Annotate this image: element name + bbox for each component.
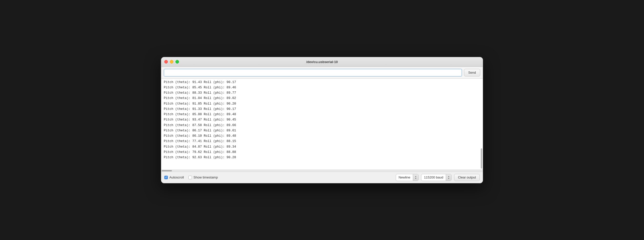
output-line: Pitch (theta): 93.47 Roll (phi): 90.45 [164,117,480,123]
statusbar-left: ✓ Autoscroll Show timestamp [164,175,396,179]
autoscroll-checkbox[interactable]: ✓ [164,176,168,179]
traffic-lights [164,60,179,64]
baud-rate-label: 115200 baud [421,175,446,179]
baud-arrows[interactable]: ▲ ▼ [446,174,451,181]
minimize-button[interactable] [170,60,173,64]
output-line: Pitch (theta): 92.63 Roll (phi): 90.28 [164,155,480,160]
titlebar: /dev/cu.usbserial-10 [161,57,483,67]
output-line: Pitch (theta): 91.43 Roll (phi): 90.17 [164,80,480,85]
check-icon: ✓ [165,176,167,179]
newline-arrows[interactable]: ▲ ▼ [413,174,418,181]
output-line: Pitch (theta): 87.58 Roll (phi): 89.66 [164,123,480,128]
output-line: Pitch (theta): 79.62 Roll (phi): 88.88 [164,150,480,155]
toolbar: Send [161,67,483,79]
output-line: Pitch (theta): 86.10 Roll (phi): 89.48 [164,133,480,139]
newline-select[interactable]: Newline ▲ ▼ [396,174,419,181]
output-line: Pitch (theta): 86.17 Roll (phi): 89.61 [164,128,480,133]
show-timestamp-text: Show timestamp [193,175,218,179]
statusbar-right: Newline ▲ ▼ 115200 baud ▲ ▼ Clear output [396,174,480,181]
output-line: Pitch (theta): 91.33 Roll (phi): 90.17 [164,107,480,112]
arrow-down-icon: ▼ [415,177,417,179]
window-title: /dev/cu.usbserial-10 [306,60,338,64]
newline-label: Newline [396,175,413,179]
output-area[interactable]: Pitch (theta): 91.43 Roll (phi): 90.17Pi… [161,79,483,170]
baud-arrow-up-icon: ▲ [448,175,450,177]
output-line: Pitch (theta): 85.88 Roll (phi): 89.48 [164,112,480,117]
output-line: Pitch (theta): 84.87 Roll (phi): 89.34 [164,144,480,150]
arrow-up-icon: ▲ [415,175,417,177]
statusbar: ✓ Autoscroll Show timestamp Newline ▲ ▼ [161,172,483,183]
send-input[interactable] [164,69,462,76]
output-line: Pitch (theta): 81.04 Roll (phi): 89.02 [164,96,480,101]
send-button[interactable]: Send [464,69,480,76]
autoscroll-text: Autoscroll [169,175,184,179]
scrollbar-thumb[interactable] [481,148,482,169]
output-line: Pitch (theta): 77.41 Roll (phi): 88.15 [164,139,480,144]
show-timestamp-label[interactable]: Show timestamp [188,175,218,179]
autoscroll-label[interactable]: ✓ Autoscroll [164,175,184,179]
close-button[interactable] [164,60,168,64]
clear-output-button[interactable]: Clear output [454,174,480,181]
baud-arrow-down-icon: ▼ [448,177,450,179]
output-line: Pitch (theta): 88.33 Roll (phi): 89.77 [164,90,480,96]
scrollbar-x-thumb[interactable] [162,170,172,171]
vertical-scrollbar[interactable] [480,80,482,169]
show-timestamp-checkbox[interactable] [188,176,192,179]
output-lines-container: Pitch (theta): 91.43 Roll (phi): 90.17Pi… [164,80,480,161]
maximize-button[interactable] [175,60,179,64]
main-window: /dev/cu.usbserial-10 Send Pitch (theta):… [161,57,483,183]
horizontal-scrollbar[interactable] [161,170,483,172]
output-line: Pitch (theta): 91.85 Roll (phi): 90.20 [164,101,480,107]
baud-rate-select[interactable]: 115200 baud ▲ ▼ [421,174,452,181]
output-line: Pitch (theta): 85.45 Roll (phi): 89.46 [164,85,480,90]
